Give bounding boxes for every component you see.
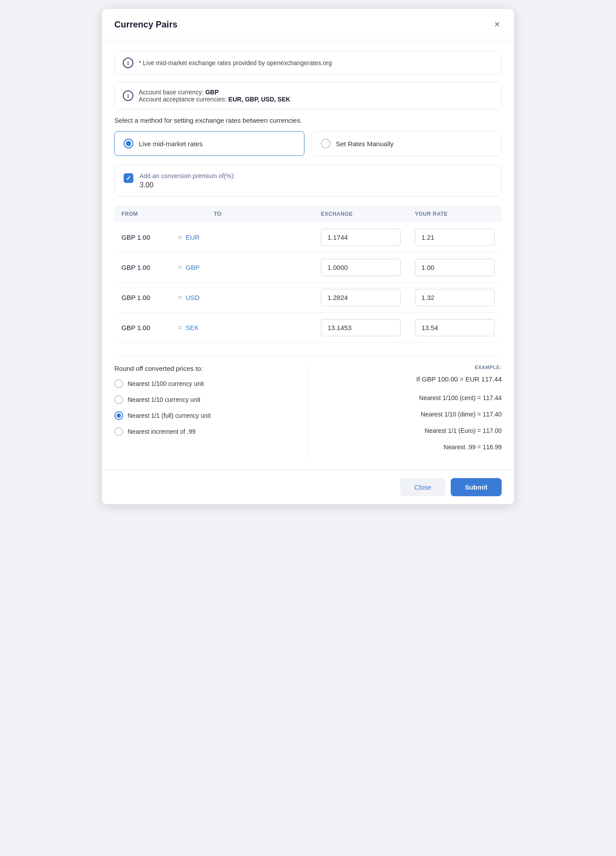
spacer-cell bbox=[207, 283, 314, 313]
live-rates-radio[interactable] bbox=[124, 139, 133, 148]
equals-sign: = bbox=[178, 264, 182, 271]
rate-method-options: Live mid-market rates Set Rates Manually bbox=[114, 131, 502, 156]
currency-pairs-modal: Currency Pairs × i * Live mid-market exc… bbox=[102, 9, 514, 504]
live-rates-option[interactable]: Live mid-market rates bbox=[114, 131, 304, 156]
round-off-title: Round off converted prices to: bbox=[114, 365, 297, 372]
col-header-exchange: EXCHANGE bbox=[314, 206, 408, 222]
round-ninetynine-option[interactable]: Nearest increment of .99 bbox=[114, 427, 297, 436]
example-row-1: Nearest 1/100 (cent) = 117.44 bbox=[319, 393, 502, 403]
info-icon: i bbox=[123, 58, 133, 68]
premium-value: 3.00 bbox=[140, 181, 235, 189]
to-currency: EUR bbox=[186, 233, 200, 241]
manual-rates-label: Set Rates Manually bbox=[336, 140, 394, 148]
submit-button[interactable]: Submit bbox=[451, 478, 502, 496]
modal-header: Currency Pairs × bbox=[102, 9, 514, 40]
your-rate-input[interactable] bbox=[415, 289, 495, 306]
exchange-input[interactable] bbox=[321, 259, 401, 276]
your-rate-input[interactable] bbox=[415, 259, 495, 276]
from-value: GBP 1.00 bbox=[121, 264, 175, 271]
info-text: * Live mid-market exchange rates provide… bbox=[139, 59, 332, 66]
manual-rates-radio[interactable] bbox=[321, 139, 331, 148]
acceptance-label: Account acceptance currencies: bbox=[139, 96, 226, 103]
round-ninetynine-radio[interactable] bbox=[114, 427, 123, 436]
your-rate-input[interactable] bbox=[415, 319, 495, 336]
round-hundredth-radio[interactable] bbox=[114, 379, 123, 388]
spacer-cell bbox=[207, 222, 314, 253]
round-hundredth-option[interactable]: Nearest 1/100 currency unit bbox=[114, 379, 297, 388]
exchange-cell bbox=[314, 313, 408, 343]
round-full-radio[interactable] bbox=[114, 411, 123, 420]
from-cell: GBP 1.00 = EUR bbox=[114, 222, 207, 253]
col-header-from: FROM bbox=[114, 206, 207, 222]
premium-checkbox[interactable] bbox=[124, 173, 133, 183]
your-rate-cell bbox=[408, 283, 502, 313]
round-tenth-label: Nearest 1/10 currency unit bbox=[128, 396, 200, 403]
exchange-cell bbox=[314, 253, 408, 283]
example-row-3: Nearest 1/1 (Euro) = 117.00 bbox=[319, 426, 502, 436]
premium-label: Add an conversion premium of(%): bbox=[140, 172, 235, 179]
your-rate-input[interactable] bbox=[415, 229, 495, 246]
example-row-0: If GBP 100.00 = EUR 117.44 bbox=[319, 374, 502, 385]
modal-title: Currency Pairs bbox=[114, 19, 177, 30]
exchange-input[interactable] bbox=[321, 319, 401, 336]
bottom-section: Round off converted prices to: Nearest 1… bbox=[114, 355, 502, 459]
table-row: GBP 1.00 = USD bbox=[114, 283, 502, 313]
from-cell: GBP 1.00 = GBP bbox=[114, 253, 207, 283]
from-value: GBP 1.00 bbox=[121, 233, 175, 241]
modal-body: i * Live mid-market exchange rates provi… bbox=[102, 40, 514, 470]
account-info-text: Account base currency: GBP Account accep… bbox=[139, 89, 290, 103]
table-header-row: FROM TO EXCHANGE YOUR RATE bbox=[114, 206, 502, 222]
example-row-4: Nearest .99 = 116.99 bbox=[319, 443, 502, 452]
col-header-yourrate: YOUR RATE bbox=[408, 206, 502, 222]
exchange-input[interactable] bbox=[321, 229, 401, 246]
conversion-premium-box: Add an conversion premium of(%): 3.00 bbox=[114, 165, 502, 197]
round-full-option[interactable]: Nearest 1/1 (full) currency unit bbox=[114, 411, 297, 420]
equals-sign: = bbox=[178, 233, 182, 241]
spacer-cell bbox=[207, 313, 314, 343]
live-rates-label: Live mid-market rates bbox=[139, 140, 203, 148]
to-currency: USD bbox=[186, 294, 200, 301]
table-row: GBP 1.00 = EUR bbox=[114, 222, 502, 253]
base-currency-value: GBP bbox=[205, 89, 218, 96]
acceptance-currencies: EUR, GBP, USD, SEK bbox=[228, 96, 290, 103]
equals-sign: = bbox=[178, 294, 182, 301]
from-cell: GBP 1.00 = SEK bbox=[114, 313, 207, 343]
round-hundredth-label: Nearest 1/100 currency unit bbox=[128, 380, 204, 387]
round-off-section: Round off converted prices to: Nearest 1… bbox=[114, 365, 308, 459]
round-tenth-option[interactable]: Nearest 1/10 currency unit bbox=[114, 395, 297, 404]
round-ninetynine-label: Nearest increment of .99 bbox=[128, 428, 195, 435]
close-button[interactable]: Close bbox=[400, 478, 445, 496]
to-currency: SEK bbox=[186, 324, 199, 331]
exchange-cell bbox=[314, 222, 408, 253]
manual-rates-option[interactable]: Set Rates Manually bbox=[312, 131, 502, 156]
example-section: EXAMPLE: If GBP 100.00 = EUR 117.44 Near… bbox=[308, 365, 502, 459]
base-currency-label: Account base currency: bbox=[139, 89, 203, 96]
from-cell: GBP 1.00 = USD bbox=[114, 283, 207, 313]
table-row: GBP 1.00 = SEK bbox=[114, 313, 502, 343]
from-value: GBP 1.00 bbox=[121, 324, 175, 331]
exchange-cell bbox=[314, 283, 408, 313]
exchange-rate-table: FROM TO EXCHANGE YOUR RATE GBP 1.00 = EU… bbox=[114, 206, 502, 343]
close-icon-button[interactable]: × bbox=[492, 18, 502, 31]
account-info-box: i Account base currency: GBP Account acc… bbox=[114, 82, 502, 109]
your-rate-cell bbox=[408, 313, 502, 343]
round-tenth-radio[interactable] bbox=[114, 395, 123, 404]
info-icon-2: i bbox=[123, 90, 133, 101]
your-rate-cell bbox=[408, 253, 502, 283]
example-row-2: Nearest 1/10 (dime) = 117.40 bbox=[319, 410, 502, 419]
round-full-label: Nearest 1/1 (full) currency unit bbox=[128, 412, 211, 419]
equals-sign: = bbox=[178, 324, 182, 331]
your-rate-cell bbox=[408, 222, 502, 253]
method-label: Select a method for setting exchange rat… bbox=[114, 117, 502, 124]
to-currency: GBP bbox=[186, 264, 200, 271]
modal-footer: Close Submit bbox=[102, 470, 514, 504]
example-label: EXAMPLE: bbox=[319, 365, 502, 370]
exchange-input[interactable] bbox=[321, 289, 401, 306]
table-row: GBP 1.00 = GBP bbox=[114, 253, 502, 283]
spacer-cell bbox=[207, 253, 314, 283]
col-header-to: TO bbox=[207, 206, 314, 222]
from-value: GBP 1.00 bbox=[121, 294, 175, 301]
live-rates-info-box: i * Live mid-market exchange rates provi… bbox=[114, 51, 502, 75]
